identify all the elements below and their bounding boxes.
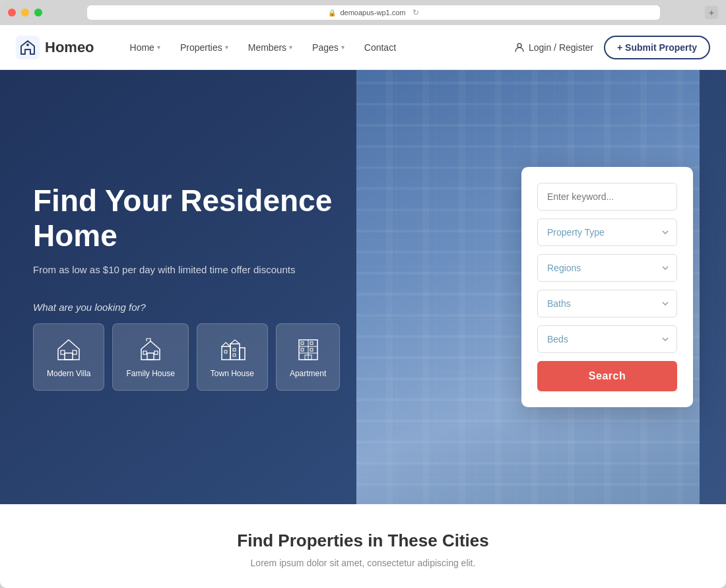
search-panel: Property Type Modern Villa Family House … [521,167,693,407]
navbar: Homeo Home ▾ Properties ▾ Members ▾ [0,25,726,70]
svg-point-1 [26,44,29,46]
logo-text: Homeo [45,39,94,56]
svg-rect-8 [154,351,158,354]
svg-rect-22 [310,348,313,351]
url-text: demoapus-wp1.com [340,9,405,16]
logo[interactable]: Homeo [16,36,94,59]
nav-links: Home ▾ Properties ▾ Members ▾ Pages ▾ [121,37,501,58]
minimize-button[interactable] [21,9,29,16]
svg-rect-12 [224,350,227,353]
chevron-down-icon: ▾ [289,44,292,51]
regions-select[interactable]: Regions Downtown Suburbs City Center [537,254,677,282]
svg-rect-14 [233,354,236,356]
svg-rect-21 [301,348,304,351]
svg-point-2 [517,44,521,48]
close-button[interactable] [8,9,16,16]
hero-subtitle: From as low as $10 per day with limited … [33,264,350,275]
svg-rect-3 [65,353,73,360]
nav-item-members[interactable]: Members ▾ [239,37,302,58]
lock-icon: 🔒 [328,9,336,16]
townhouse-icon [219,336,246,362]
svg-rect-0 [16,36,40,59]
apartment-icon [295,336,321,362]
hero-content: Find Your Residence Home From as low as … [0,144,383,430]
beds-select[interactable]: Beds 1 2 3 4+ [537,325,677,353]
nav-right: Login / Register + Submit Property [514,36,710,59]
nav-item-properties[interactable]: Properties ▾ [171,37,238,58]
property-type-apartment[interactable]: Apartment [276,323,340,391]
villa-label: Modern Villa [47,369,90,378]
browser-content: Homeo Home ▾ Properties ▾ Members ▾ [0,25,726,588]
nav-item-home[interactable]: Home ▾ [121,37,170,58]
new-tab-button[interactable]: + [705,6,718,19]
property-type-family-house[interactable]: Family House [112,323,188,391]
bottom-subtitle: Lorem ipsum dolor sit amet, consectetur … [16,558,710,568]
chevron-down-icon: ▾ [225,44,228,51]
bottom-title: Find Properties in These Cities [16,531,710,551]
property-type-town-house[interactable]: Town House [197,323,268,391]
login-label: Login / Register [529,42,593,53]
reload-icon[interactable]: ↻ [412,8,419,17]
login-register-link[interactable]: Login / Register [514,42,593,53]
svg-rect-4 [61,350,65,354]
maximize-button[interactable] [34,9,42,16]
keyword-input[interactable] [537,183,677,211]
property-type-modern-villa[interactable]: Modern Villa [33,323,104,391]
svg-rect-11 [240,348,245,360]
nav-item-contact[interactable]: Contact [355,37,405,58]
url-bar[interactable]: 🔒 demoapus-wp1.com ↻ [87,5,660,20]
chevron-down-icon: ▾ [157,44,160,51]
house-icon [137,336,164,362]
bottom-section: Find Properties in These Cities Lorem ip… [0,504,726,588]
site: Homeo Home ▾ Properties ▾ Members ▾ [0,25,726,588]
baths-select[interactable]: Baths 1 2 3+ [537,290,677,317]
hero-section: Find Your Residence Home From as low as … [0,70,726,504]
property-types-grid: Modern Villa [33,323,350,391]
hero-question: What are you looking for? [33,302,350,313]
svg-rect-20 [310,342,313,344]
property-type-select[interactable]: Property Type Modern Villa Family House … [537,218,677,246]
user-icon [514,42,525,53]
family-house-label: Family House [126,369,174,378]
svg-rect-10 [230,344,240,360]
apartment-label: Apartment [290,369,326,378]
hero-title: Find Your Residence Home [33,183,350,253]
villa-icon [55,336,82,362]
svg-rect-5 [73,350,77,354]
chevron-down-icon: ▾ [341,44,345,51]
svg-rect-7 [143,351,147,354]
logo-icon [16,36,40,59]
submit-property-button[interactable]: + Submit Property [604,36,710,59]
svg-rect-13 [233,348,236,351]
search-button[interactable]: Search [537,361,677,391]
svg-rect-19 [301,342,304,344]
browser-window: 🔒 demoapus-wp1.com ↻ + Homeo [0,0,726,588]
town-house-label: Town House [211,369,254,378]
nav-item-pages[interactable]: Pages ▾ [303,37,354,58]
svg-rect-6 [147,353,154,360]
browser-titlebar: 🔒 demoapus-wp1.com ↻ + [0,0,726,25]
